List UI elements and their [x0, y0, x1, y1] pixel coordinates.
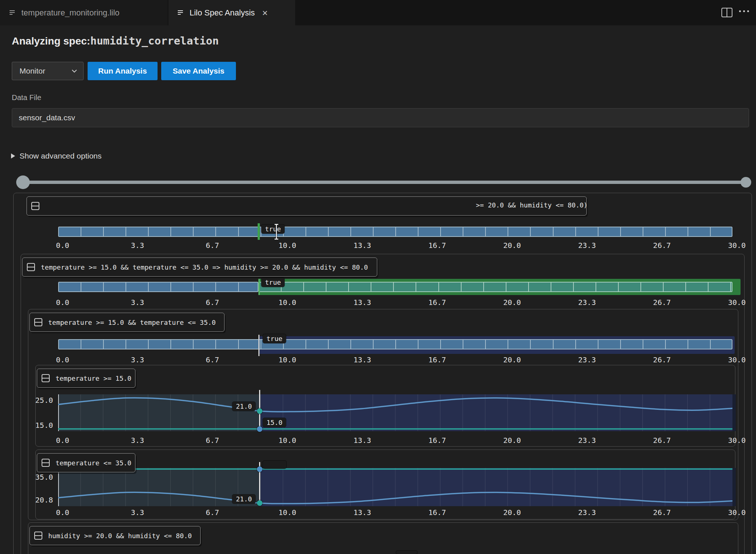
time-axis: 0.03.36.710.013.316.720.023.326.730.0	[0, 436, 756, 445]
axis-tick-label: 16.7	[428, 508, 446, 517]
chevron-down-icon	[71, 69, 77, 73]
axis-tick-label: 23.3	[578, 508, 596, 517]
axis-tick-label: 6.7	[206, 241, 219, 250]
implication-formula: temperature >= 15.0 && temperature <= 35…	[41, 263, 368, 271]
axis-tick-label: 3.3	[131, 436, 144, 445]
axis-tick-label: 10.0	[279, 508, 296, 517]
tab-temperature-monitoring[interactable]: temperature_monitoring.lilo	[0, 0, 168, 25]
panel-humidity-conjunction-header[interactable]: humidity >= 20.0 && humidity <= 80.0	[29, 526, 201, 545]
split-editor-icon[interactable]	[721, 8, 732, 17]
axis-tick-label: 16.7	[428, 241, 446, 250]
axis-tick-label: 20.0	[503, 436, 521, 445]
collapse-icon[interactable]	[27, 263, 35, 271]
temp-le-35-chart[interactable]	[58, 468, 732, 506]
collapse-icon[interactable]	[31, 202, 39, 210]
marker-dot-temperature	[257, 500, 262, 506]
marker-value-label: 21.0	[232, 402, 255, 411]
collapse-icon[interactable]	[34, 318, 42, 326]
axis-tick-label: 30.0	[728, 508, 746, 517]
panel-temp-conjunction-header[interactable]: temperature >= 15.0 && temperature <= 35…	[29, 313, 225, 332]
chart-right-margin	[732, 394, 736, 431]
chart-right-margin	[732, 468, 736, 506]
data-file-input[interactable]	[12, 108, 749, 127]
axis-tick-label: 3.3	[131, 355, 144, 364]
axis-tick-label: 23.3	[578, 298, 596, 307]
text-cursor	[273, 223, 280, 241]
lilo-spec-analysis-app: temperature_monitoring.lilo Lilo Spec An…	[0, 0, 756, 554]
timeline-conjunction-marker	[258, 335, 259, 356]
panel-temp-ge-15-header[interactable]: temperature >= 15.0	[37, 369, 135, 388]
humidity-conjunction-formula: humidity >= 20.0 && humidity <= 80.0	[48, 532, 192, 540]
marker-value-label: 21.0	[232, 494, 255, 504]
time-slider-track[interactable]	[21, 181, 749, 184]
axis-tick-label: 20.0	[503, 355, 521, 364]
tab-lilo-spec-analysis[interactable]: Lilo Spec Analysis ×	[168, 0, 295, 25]
page-title: Analyzing spec: humidity_correlation	[12, 35, 219, 47]
clipped-true-label	[396, 551, 417, 554]
panel-implication-header[interactable]: temperature >= 15.0 && temperature <= 35…	[22, 258, 377, 277]
axis-tick-label: 13.3	[353, 355, 371, 364]
marker-dot-threshold	[257, 426, 262, 432]
timeline-implication-highlight-edge	[258, 279, 260, 295]
axis-tick-label: 13.3	[353, 298, 371, 307]
axis-tick-label: 23.3	[578, 355, 596, 364]
save-analysis-button[interactable]: Save Analysis	[161, 62, 236, 80]
advanced-options-toggle[interactable]: Show advanced options	[11, 152, 102, 160]
tab-label: temperature_monitoring.lilo	[21, 8, 120, 18]
time-axis: 0.03.36.710.013.316.720.023.326.730.0	[0, 241, 756, 251]
spec-file-icon	[177, 9, 184, 17]
temp-le-35-formula: temperature <= 35.0	[56, 459, 131, 467]
axis-tick-label: 26.7	[653, 436, 671, 445]
tab-label: Lilo Spec Analysis	[190, 8, 255, 18]
axis-tick-label: 6.7	[206, 298, 219, 307]
collapse-icon[interactable]	[42, 374, 50, 382]
time-axis: 0.03.36.710.013.316.720.023.326.730.0	[0, 298, 756, 308]
axis-tick-label: 16.7	[428, 436, 446, 445]
page-title-prefix: Analyzing spec:	[12, 35, 90, 47]
timeline-implication-bar-false[interactable]	[58, 282, 258, 292]
tab-bar: temperature_monitoring.lilo Lilo Spec An…	[0, 0, 756, 25]
axis-tick-label: 10.0	[279, 355, 296, 364]
axis-tick-label: 26.7	[653, 355, 671, 364]
threshold-value-label: 15.0	[263, 418, 286, 427]
mode-select[interactable]: Monitor	[12, 62, 84, 80]
axis-tick-label: 6.7	[206, 436, 219, 445]
clipped-value-label	[263, 461, 286, 469]
panel-root-header[interactable]: >= 20.0 && humidity <= 80.0)	[27, 196, 587, 216]
timeline-root-bar[interactable]	[58, 227, 732, 237]
collapsed-triangle-icon	[11, 153, 15, 159]
collapse-icon[interactable]	[34, 532, 42, 540]
time-axis: 0.03.36.710.013.316.720.023.326.730.0	[0, 355, 756, 365]
axis-tick-label: 0.0	[56, 436, 69, 445]
run-analysis-button[interactable]: Run Analysis	[88, 62, 158, 80]
close-tab-icon[interactable]: ×	[262, 8, 268, 18]
axis-tick-label: 10.0	[279, 436, 296, 445]
time-axis: 0.03.36.710.013.316.720.023.326.730.0	[0, 508, 756, 518]
mode-select-value: Monitor	[20, 67, 45, 75]
timeline-conjunction-bar[interactable]	[58, 339, 732, 349]
marker-dot-temperature	[257, 408, 262, 414]
collapse-icon[interactable]	[42, 459, 50, 467]
timeline-implication-bar-true[interactable]	[258, 282, 732, 292]
axis-tick-label: 26.7	[653, 298, 671, 307]
axis-tick-label: 30.0	[728, 241, 746, 250]
time-slider-handle-right[interactable]	[741, 177, 751, 188]
axis-tick-label: 26.7	[653, 241, 671, 250]
axis-tick-label: 3.3	[131, 298, 144, 307]
axis-tick-label: 6.7	[206, 508, 219, 517]
y-axis-min-label: 20.8	[21, 496, 53, 504]
axis-tick-label: 0.0	[56, 508, 69, 517]
y-axis-max-label: 25.0	[21, 396, 53, 405]
axis-tick-label: 30.0	[728, 436, 746, 445]
panel-temp-le-35-header[interactable]: temperature <= 35.0	[37, 453, 135, 472]
marker-dot-threshold	[257, 466, 262, 472]
temp-ge-15-chart[interactable]	[58, 394, 732, 431]
temp-ge-15-formula: temperature >= 15.0	[56, 374, 131, 382]
more-actions-icon[interactable]	[739, 10, 749, 12]
axis-tick-label: 10.0	[279, 241, 296, 250]
time-slider-handle-left[interactable]	[16, 175, 30, 189]
axis-tick-label: 16.7	[428, 355, 446, 364]
axis-tick-label: 6.7	[206, 355, 219, 364]
axis-tick-label: 20.0	[503, 241, 521, 250]
axis-tick-label: 0.0	[56, 298, 69, 307]
